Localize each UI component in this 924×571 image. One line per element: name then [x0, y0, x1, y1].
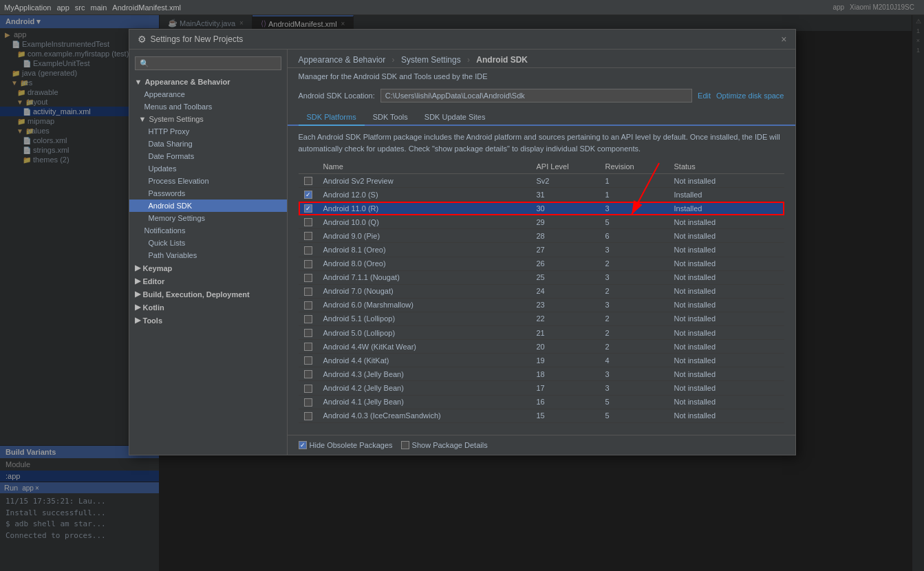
row-checkbox[interactable] — [304, 301, 312, 310]
col-revision[interactable]: Revision — [600, 160, 669, 174]
sdk-table-row[interactable]: Android 10.0 (Q)295Not installed — [299, 215, 784, 229]
row-checkbox[interactable] — [304, 204, 312, 213]
sdk-table-row[interactable]: Android 7.0 (Nougat)242Not installed — [299, 284, 784, 298]
row-checkbox[interactable] — [304, 218, 312, 226]
row-name: Android 4.0.3 (IceCreamSandwich) — [318, 409, 531, 422]
sdk-table-head: Name API Level Revision Status — [299, 160, 784, 174]
row-checkbox[interactable] — [304, 260, 312, 268]
hide-obsolete-checkbox[interactable]: Hide Obsolete Packages — [299, 441, 393, 449]
row-checkbox[interactable] — [304, 191, 312, 199]
app-title: MyApplication — [4, 3, 51, 12]
nav-header-editor[interactable]: ▶ Editor — [129, 274, 287, 288]
row-checkbox[interactable] — [304, 329, 312, 337]
row-checkbox[interactable] — [304, 412, 312, 420]
nav-kotlin-label: Kotlin — [143, 303, 164, 312]
hide-obsolete-check-icon[interactable] — [299, 441, 307, 449]
sdk-table-row[interactable]: Android Sv2 PreviewSv21Not installed — [299, 174, 784, 188]
expand-icon-build: ▶ — [135, 290, 140, 299]
show-details-checkbox[interactable]: Show Package Details — [401, 441, 488, 449]
sdk-location-input[interactable] — [380, 89, 692, 103]
row-api-level: 26 — [531, 257, 600, 270]
nav-header-tools[interactable]: ▶ Tools — [129, 314, 287, 327]
sdk-table-row[interactable]: Android 4.3 (Jelly Bean)183Not installed — [299, 367, 784, 381]
col-status[interactable]: Status — [669, 160, 784, 174]
nav-subitem-android-sdk[interactable]: Android SDK — [129, 200, 287, 212]
sdk-table-row[interactable]: Android 5.1 (Lollipop)222Not installed — [299, 312, 784, 325]
row-api-level: 15 — [531, 409, 600, 422]
row-checkbox-cell — [299, 326, 318, 340]
dialog-title: ⚙ Settings for New Projects — [138, 34, 244, 45]
sdk-table-row[interactable]: Android 4.4 (KitKat)194Not installed — [299, 354, 784, 367]
expand-icon-ss: ▼ — [139, 115, 147, 123]
sdk-table-row[interactable]: Android 11.0 (R)303Installed — [299, 202, 784, 215]
sdk-table-row[interactable]: Android 8.1 (Oreo)273Not installed — [299, 243, 784, 257]
row-status: Not installed — [669, 409, 784, 422]
sdk-edit-link[interactable]: Edit — [698, 91, 711, 100]
row-checkbox[interactable] — [304, 177, 312, 185]
row-checkbox[interactable] — [304, 356, 312, 365]
sdk-table-row[interactable]: Android 7.1.1 (Nougat)253Not installed — [299, 270, 784, 284]
row-checkbox[interactable] — [304, 398, 312, 407]
nav-header-kotlin[interactable]: ▶ Kotlin — [129, 301, 287, 314]
nav-subitem-process-elevation[interactable]: Process Elevation — [129, 175, 287, 187]
sdk-table-wrapper[interactable]: Name API Level Revision Status Android S… — [288, 160, 795, 423]
nav-item-appearance[interactable]: Appearance — [129, 88, 287, 100]
nav-subitem-date-formats[interactable]: Date Formats — [129, 150, 287, 162]
sdk-tab-tools[interactable]: SDK Tools — [365, 109, 416, 126]
sdk-table-row[interactable]: Android 4.1 (Jelly Bean)165Not installed — [299, 395, 784, 409]
nav-subitem-quick-lists[interactable]: Quick Lists — [129, 237, 287, 249]
nav-subsection-system-settings[interactable]: ▼ System Settings — [129, 113, 287, 125]
row-checkbox[interactable] — [304, 274, 312, 282]
row-checkbox[interactable] — [304, 370, 312, 378]
sdk-table-row[interactable]: Android 4.4W (KitKat Wear)202Not install… — [299, 340, 784, 354]
sdk-table-row[interactable]: Android 12.0 (S)311Installed — [299, 188, 784, 202]
sdk-table-row[interactable]: Android 8.0 (Oreo)262Not installed — [299, 257, 784, 270]
breadcrumb-ab: Appearance & Behavior — [299, 55, 386, 65]
row-api-level: 29 — [531, 215, 600, 229]
row-checkbox[interactable] — [304, 232, 312, 240]
sdk-optimize-link[interactable]: Optimize disk space — [716, 91, 784, 100]
device-selector[interactable]: app — [832, 3, 844, 11]
row-revision: 2 — [600, 312, 669, 325]
nav-header-build[interactable]: ▶ Build, Execution, Deployment — [129, 288, 287, 301]
row-status: Not installed — [669, 312, 784, 325]
dialog-close-button[interactable]: × — [781, 34, 786, 45]
sdk-table-row[interactable]: Android 4.0.3 (IceCreamSandwich)155Not i… — [299, 409, 784, 422]
nav-subitem-http-proxy[interactable]: HTTP Proxy — [129, 125, 287, 138]
row-checkbox[interactable] — [304, 315, 312, 323]
nav-search-input[interactable] — [135, 56, 281, 70]
sdk-table-row[interactable]: Android 6.0 (Marshmallow)233Not installe… — [299, 298, 784, 312]
sdk-table-row[interactable]: Android 5.0 (Lollipop)212Not installed — [299, 326, 784, 340]
sdk-platforms-table: Name API Level Revision Status Android S… — [299, 160, 784, 423]
row-status: Not installed — [669, 284, 784, 298]
nav-subitem-updates[interactable]: Updates — [129, 162, 287, 175]
show-details-check-icon[interactable] — [401, 441, 409, 449]
nav-subitem-path-variables[interactable]: Path Variables — [129, 249, 287, 261]
sdk-tab-platforms[interactable]: SDK Platforms — [299, 109, 365, 126]
nav-header-appearance-behavior[interactable]: ▼ Appearance & Behavior — [129, 76, 287, 88]
expand-icon-kotlin: ▶ — [135, 303, 140, 312]
nav-subitem-memory-settings[interactable]: Memory Settings — [129, 212, 287, 224]
col-name[interactable]: Name — [318, 160, 531, 174]
sdk-table-row[interactable]: Android 4.2 (Jelly Bean)173Not installed — [299, 381, 784, 395]
path-main: main — [91, 3, 107, 12]
row-revision: 2 — [600, 284, 669, 298]
nav-subitem-data-sharing[interactable]: Data Sharing — [129, 138, 287, 150]
sdk-tab-update-sites[interactable]: SDK Update Sites — [416, 109, 494, 126]
dialog-title-bar: ⚙ Settings for New Projects × — [129, 30, 795, 50]
sdk-table-row[interactable]: Android 9.0 (Pie)286Not installed — [299, 229, 784, 243]
row-name: Android 4.1 (Jelly Bean) — [318, 395, 531, 409]
row-checkbox[interactable] — [304, 288, 312, 296]
nav-keymap-label: Keymap — [143, 264, 173, 272]
row-revision: 1 — [600, 188, 669, 202]
row-api-level: 25 — [531, 270, 600, 284]
nav-header-keymap[interactable]: ▶ Keymap — [129, 261, 287, 274]
row-checkbox[interactable] — [304, 246, 312, 255]
nav-item-menus[interactable]: Menus and Toolbars — [129, 100, 287, 113]
nav-subitem-passwords[interactable]: Passwords — [129, 187, 287, 200]
row-checkbox[interactable] — [304, 385, 312, 393]
nav-item-notifications[interactable]: Notifications — [129, 224, 287, 237]
row-checkbox[interactable] — [304, 343, 312, 351]
nav-editor-label: Editor — [143, 277, 165, 286]
col-api[interactable]: API Level — [531, 160, 600, 174]
